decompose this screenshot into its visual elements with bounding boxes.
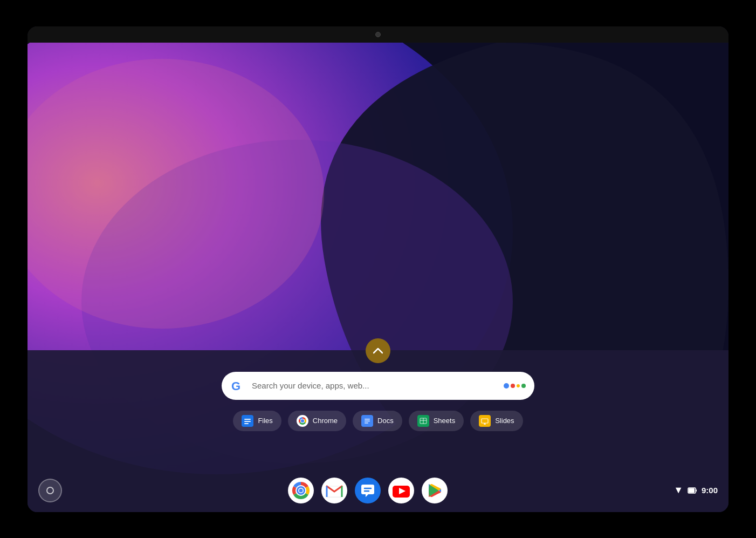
svg-rect-6 [244,419,251,420]
app-suggestion-files[interactable]: Files [233,411,281,431]
slides-icon [479,415,491,427]
shelf: G Search your device, apps, web... [28,350,728,512]
dock-app-messages[interactable] [354,476,382,505]
screen: G Search your device, apps, web... [28,43,728,512]
sheets-label: Sheets [434,417,455,425]
chrome-suggestion-icon [297,415,308,427]
docs-label: Docs [377,417,394,425]
google-assistant-dots [504,383,526,389]
dock-app-play-store[interactable] [421,476,449,505]
slides-label: Slides [495,417,514,425]
svg-rect-14 [365,419,370,420]
svg-rect-7 [244,421,251,422]
svg-rect-21 [479,415,491,427]
dock-app-gmail[interactable] [320,476,348,505]
svg-rect-16 [365,423,368,424]
wifi-icon: ▼ [673,485,683,496]
files-icon [242,415,253,427]
dock-center [287,476,449,505]
docs-icon [361,415,373,427]
app-suggestion-slides[interactable]: Slides [470,411,523,431]
dock-left [38,479,62,502]
battery-icon [688,486,697,495]
google-g-logo: G [230,378,245,393]
dot-yellow [517,384,520,387]
launcher-button[interactable] [366,338,390,363]
search-bar[interactable]: G Search your device, apps, web... [222,372,534,400]
svg-rect-42 [689,488,695,493]
camera-icon [375,32,381,37]
svg-rect-8 [244,423,249,424]
launcher-circle-inner [46,487,54,494]
time-display: 9:00 [702,486,718,495]
dot-green [521,384,526,388]
files-label: Files [258,417,272,425]
launcher-circle-button[interactable] [38,479,62,502]
camera-bar [28,26,728,43]
chrome-label: Chrome [313,417,338,425]
dock-app-chrome[interactable] [287,476,315,505]
dot-blue [504,383,509,389]
app-suggestion-chrome[interactable]: Chrome [288,411,346,431]
svg-rect-43 [696,489,697,492]
dot-red [511,384,515,388]
sheets-icon [417,415,429,427]
svg-point-30 [321,478,347,503]
dock-right-status: ▼ 9:00 [673,485,718,496]
dock-app-youtube[interactable] [387,476,415,505]
svg-point-29 [299,488,303,492]
svg-text:G: G [231,379,240,393]
app-suggestions: Files [233,411,523,431]
search-placeholder: Search your device, apps, web... [252,381,504,390]
device-frame: G Search your device, apps, web... [28,26,728,512]
svg-point-12 [301,419,304,423]
dock-area: ▼ 9:00 [28,469,728,512]
app-suggestion-docs[interactable]: Docs [353,411,402,431]
app-suggestion-sheets[interactable]: Sheets [409,411,464,431]
svg-rect-15 [365,420,370,421]
launcher-button-wrapper [366,338,390,363]
